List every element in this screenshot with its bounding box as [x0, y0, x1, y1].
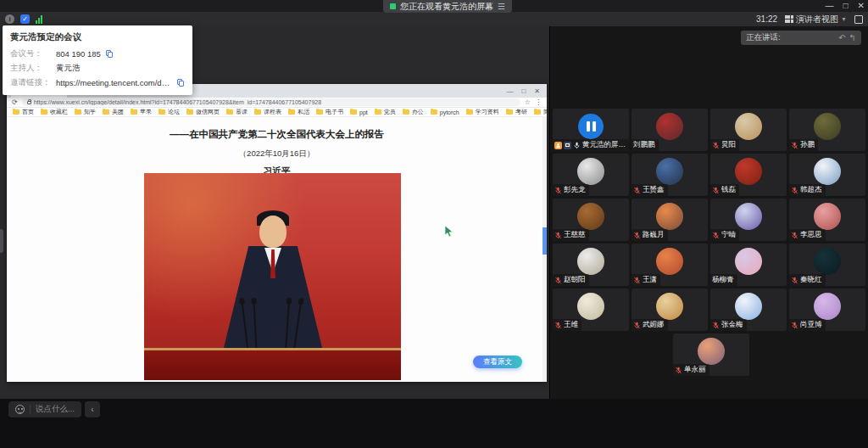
- copy-icon[interactable]: [106, 50, 114, 59]
- participant-tile[interactable]: 炅阳: [710, 109, 787, 151]
- participant-tile[interactable]: 杨柳青: [710, 244, 787, 286]
- avatar: [735, 203, 762, 230]
- folder-icon: [316, 109, 323, 115]
- avatar: [577, 248, 604, 275]
- bookmark-item[interactable]: 收藏栏: [41, 108, 68, 116]
- participant-name: 黄元浩的屏幕共享: [582, 140, 626, 150]
- participant-tile[interactable]: 黄元浩的屏幕共享: [553, 109, 629, 151]
- avatar: [656, 248, 683, 275]
- browser-minimize-button[interactable]: —: [506, 87, 513, 95]
- minimize-button[interactable]: —: [826, 1, 834, 10]
- article-photo: [144, 173, 401, 380]
- bookmark-item[interactable]: 考研: [506, 108, 527, 116]
- bookmark-item[interactable]: 美团: [103, 108, 124, 116]
- participant-tile[interactable]: 单永丽: [673, 333, 749, 376]
- bookmark-star-icon[interactable]: ☆: [525, 99, 531, 106]
- speaking-indicator: 正在讲话: ↶ ↰: [741, 31, 861, 45]
- meeting-id-value: 804 190 185: [56, 49, 101, 59]
- bookmark-item[interactable]: 电子书: [316, 108, 343, 116]
- bookmark-item[interactable]: 论坛: [159, 108, 180, 116]
- bookmark-item[interactable]: 简历: [534, 108, 547, 116]
- host-row: 主持人： 黄元浩: [10, 63, 185, 74]
- side-panel-handle[interactable]: [0, 229, 3, 253]
- participant-namebar: 杨柳青: [710, 274, 737, 286]
- participant-tile[interactable]: 宁晴: [710, 199, 787, 241]
- browser-close-button[interactable]: ✕: [534, 87, 540, 95]
- folder-icon: [506, 109, 513, 115]
- view-mode-button[interactable]: 演讲者视图 ▼: [785, 14, 847, 25]
- mic-muted-icon: [791, 142, 798, 149]
- participant-tile[interactable]: 王维: [553, 288, 629, 331]
- banner-menu-icon[interactable]: ☰: [498, 3, 505, 11]
- participant-tile[interactable]: 孙鹏: [789, 109, 865, 151]
- participant-tile[interactable]: 秦晓红: [789, 244, 865, 286]
- bookmark-item[interactable]: 苹果: [131, 108, 152, 116]
- participant-name: 单永丽: [684, 365, 706, 375]
- folder-icon: [288, 109, 295, 115]
- bookmark-item[interactable]: 学习资料: [466, 108, 499, 116]
- copy-icon[interactable]: [177, 79, 185, 87]
- bookmark-item[interactable]: pytorch: [431, 109, 459, 115]
- bottom-bar: 说点什么... ‹: [0, 399, 868, 448]
- bookmarks-bar: 首页收藏栏知乎美团苹果论坛微信网页慕课课程表私活电子书ppt党员办公pytorc…: [7, 108, 547, 117]
- mic-muted-icon: [633, 232, 641, 239]
- bookmark-label: 慕课: [236, 108, 248, 116]
- watching-banner[interactable]: 您正在观看黄元浩的屏幕 ☰: [383, 0, 512, 13]
- page-scrollbar[interactable]: [542, 117, 547, 382]
- collapse-chat-button[interactable]: ‹: [85, 401, 100, 417]
- participant-tile[interactable]: 赵朝阳: [553, 244, 629, 286]
- bookmark-item[interactable]: 课程表: [254, 108, 281, 116]
- bookmark-item[interactable]: ppt: [350, 109, 368, 115]
- participant-tile[interactable]: 武媚娜: [632, 288, 708, 331]
- bookmark-item[interactable]: 微信网页: [186, 108, 220, 116]
- participant-tile[interactable]: 尚亚博: [789, 288, 865, 331]
- avatar: [814, 158, 841, 185]
- avatar: [814, 203, 841, 230]
- fullscreen-icon[interactable]: [854, 15, 863, 24]
- bookmark-item[interactable]: 慕课: [226, 108, 248, 116]
- participant-tile[interactable]: 王赟鑫: [632, 154, 708, 196]
- bookmark-item[interactable]: 首页: [13, 108, 34, 116]
- meeting-info-icon[interactable]: i: [5, 14, 14, 24]
- bookmark-item[interactable]: 党员: [375, 108, 396, 116]
- chat-input[interactable]: 说点什么...: [8, 401, 81, 417]
- participant-tile[interactable]: 张金梅: [710, 288, 787, 331]
- raise-hand-icon[interactable]: ↰: [849, 34, 856, 42]
- participant-name: 孙鹏: [800, 140, 815, 150]
- bookmark-label: 简历: [543, 108, 547, 116]
- meeting-toolbar: i ✓ 31:22 演讲者视图 ▼: [0, 12, 868, 26]
- bookmark-item[interactable]: 知乎: [75, 108, 96, 116]
- participant-namebar: 秦晓红: [789, 274, 826, 286]
- security-shield-icon[interactable]: ✓: [20, 14, 30, 24]
- mic-muted-icon: [554, 322, 562, 329]
- participant-tile[interactable]: 李思思: [789, 199, 865, 241]
- bookmark-item[interactable]: 办公: [403, 108, 424, 116]
- participant-tile[interactable]: 刘鹏鹏: [632, 109, 708, 151]
- network-signal-icon[interactable]: [36, 15, 42, 24]
- floating-action-button[interactable]: 查看原文: [473, 356, 522, 368]
- emoji-icon[interactable]: [15, 405, 25, 414]
- refresh-icon[interactable]: ⟳: [12, 99, 18, 106]
- close-button[interactable]: ✕: [858, 1, 865, 10]
- browser-menu-icon[interactable]: ⋮: [535, 99, 542, 106]
- participant-tile[interactable]: 王潇: [632, 244, 708, 286]
- meeting-id-label: 会议号：: [10, 48, 56, 59]
- maximize-button[interactable]: □: [843, 1, 849, 10]
- participant-tile[interactable]: 王慈慈: [553, 199, 629, 241]
- participant-tile[interactable]: 彭先龙: [553, 154, 629, 196]
- participant-tile[interactable]: 韩超杰: [789, 154, 865, 196]
- participant-namebar: 武媚娜: [632, 319, 668, 331]
- participant-tile[interactable]: 路巍月: [632, 199, 708, 241]
- scrollbar-thumb[interactable]: [542, 227, 547, 255]
- chat-placeholder: 说点什么...: [36, 404, 75, 415]
- browser-maximize-button[interactable]: □: [521, 87, 526, 95]
- article-page[interactable]: ——在中国共产党第二十次全国代表大会上的报告 （2022年10月16日） 习近平…: [7, 117, 547, 382]
- applaud-icon[interactable]: ↶: [838, 34, 845, 42]
- layout-grid-icon: [785, 15, 793, 23]
- participant-tile[interactable]: 钱磊: [710, 154, 787, 196]
- url-box[interactable]: https://www.xuexi.cn/lgpage/detail/index…: [22, 98, 520, 106]
- bookmark-item[interactable]: 私活: [288, 108, 309, 116]
- bookmark-label: 微信网页: [196, 108, 220, 116]
- bookmark-label: ppt: [359, 109, 368, 115]
- screen-share-pause-icon[interactable]: [578, 114, 604, 139]
